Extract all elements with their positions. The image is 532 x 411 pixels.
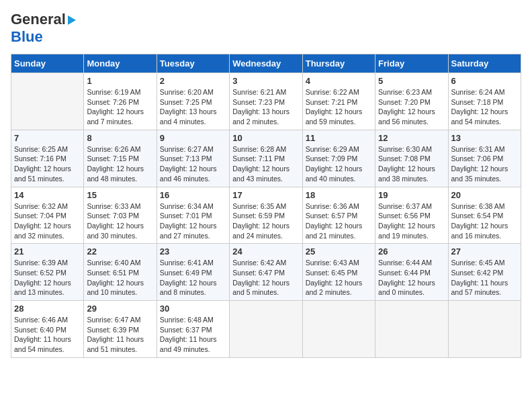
calendar-cell: 18Sunrise: 6:36 AMSunset: 6:57 PMDayligh… xyxy=(302,187,375,244)
logo-general: General xyxy=(11,11,66,28)
calendar-cell: 24Sunrise: 6:42 AMSunset: 6:47 PMDayligh… xyxy=(230,244,302,301)
day-number: 24 xyxy=(232,246,299,257)
day-number: 28 xyxy=(14,304,81,314)
calendar-cell: 28Sunrise: 6:46 AMSunset: 6:40 PMDayligh… xyxy=(11,301,84,358)
day-info: Sunrise: 6:21 AMSunset: 7:23 PMDaylight:… xyxy=(232,87,299,127)
weekday-header-sunday: Sunday xyxy=(11,54,84,73)
day-number: 7 xyxy=(14,133,81,143)
day-info: Sunrise: 6:35 AMSunset: 6:59 PMDaylight:… xyxy=(232,201,299,241)
day-number: 12 xyxy=(378,133,445,143)
day-info: Sunrise: 6:40 AMSunset: 6:51 PMDaylight:… xyxy=(87,258,153,298)
calendar-table: SundayMondayTuesdayWednesdayThursdayFrid… xyxy=(11,54,521,358)
calendar-week-row: 14Sunrise: 6:32 AMSunset: 7:04 PMDayligh… xyxy=(11,187,521,244)
calendar-cell: 23Sunrise: 6:41 AMSunset: 6:49 PMDayligh… xyxy=(157,244,229,301)
calendar-cell: 29Sunrise: 6:47 AMSunset: 6:39 PMDayligh… xyxy=(84,301,157,358)
calendar-cell: 30Sunrise: 6:48 AMSunset: 6:37 PMDayligh… xyxy=(157,301,229,358)
calendar-cell: 9Sunrise: 6:27 AMSunset: 7:13 PMDaylight… xyxy=(157,130,229,187)
day-info: Sunrise: 6:19 AMSunset: 7:26 PMDaylight:… xyxy=(87,87,153,127)
day-info: Sunrise: 6:44 AMSunset: 6:44 PMDaylight:… xyxy=(378,258,445,298)
day-number: 16 xyxy=(160,190,226,200)
logo-blue: Blue xyxy=(11,28,43,45)
day-number: 11 xyxy=(306,133,372,143)
day-number: 14 xyxy=(14,190,81,200)
day-info: Sunrise: 6:37 AMSunset: 6:56 PMDaylight:… xyxy=(378,201,445,241)
day-info: Sunrise: 6:42 AMSunset: 6:47 PMDaylight:… xyxy=(232,258,299,298)
day-number: 4 xyxy=(306,76,372,86)
calendar-week-row: 28Sunrise: 6:46 AMSunset: 6:40 PMDayligh… xyxy=(11,301,521,358)
weekday-header-monday: Monday xyxy=(84,54,157,73)
day-number: 22 xyxy=(87,246,153,257)
weekday-header-thursday: Thursday xyxy=(302,54,375,73)
calendar-week-row: 1Sunrise: 6:19 AMSunset: 7:26 PMDaylight… xyxy=(11,73,521,130)
calendar-cell: 4Sunrise: 6:22 AMSunset: 7:21 PMDaylight… xyxy=(302,73,375,130)
calendar-cell xyxy=(302,301,375,358)
day-number: 30 xyxy=(160,304,226,314)
calendar-cell: 6Sunrise: 6:24 AMSunset: 7:18 PMDaylight… xyxy=(448,73,521,130)
calendar-cell: 3Sunrise: 6:21 AMSunset: 7:23 PMDaylight… xyxy=(230,73,302,130)
day-number: 26 xyxy=(378,246,445,257)
day-number: 29 xyxy=(87,304,153,314)
calendar-cell: 16Sunrise: 6:34 AMSunset: 7:01 PMDayligh… xyxy=(157,187,229,244)
day-number: 23 xyxy=(160,246,226,257)
day-info: Sunrise: 6:41 AMSunset: 6:49 PMDaylight:… xyxy=(160,258,226,298)
calendar-cell: 10Sunrise: 6:28 AMSunset: 7:11 PMDayligh… xyxy=(230,130,302,187)
day-info: Sunrise: 6:43 AMSunset: 6:45 PMDaylight:… xyxy=(306,258,372,298)
day-number: 5 xyxy=(378,76,445,86)
weekday-header-row: SundayMondayTuesdayWednesdayThursdayFrid… xyxy=(11,54,521,73)
day-info: Sunrise: 6:47 AMSunset: 6:39 PMDaylight:… xyxy=(87,315,153,355)
day-number: 9 xyxy=(160,133,226,143)
day-number: 19 xyxy=(378,190,445,200)
day-number: 17 xyxy=(232,190,299,200)
day-info: Sunrise: 6:29 AMSunset: 7:09 PMDaylight:… xyxy=(306,144,372,184)
weekday-header-wednesday: Wednesday xyxy=(230,54,302,73)
calendar-cell: 17Sunrise: 6:35 AMSunset: 6:59 PMDayligh… xyxy=(230,187,302,244)
day-number: 25 xyxy=(306,246,372,257)
day-number: 10 xyxy=(232,133,299,143)
day-info: Sunrise: 6:26 AMSunset: 7:15 PMDaylight:… xyxy=(87,144,153,184)
calendar-cell: 25Sunrise: 6:43 AMSunset: 6:45 PMDayligh… xyxy=(302,244,375,301)
calendar-cell: 13Sunrise: 6:31 AMSunset: 7:06 PMDayligh… xyxy=(448,130,521,187)
weekday-header-tuesday: Tuesday xyxy=(157,54,229,73)
calendar-cell: 21Sunrise: 6:39 AMSunset: 6:52 PMDayligh… xyxy=(11,244,84,301)
calendar-cell: 20Sunrise: 6:38 AMSunset: 6:54 PMDayligh… xyxy=(448,187,521,244)
day-info: Sunrise: 6:23 AMSunset: 7:20 PMDaylight:… xyxy=(378,87,445,127)
day-info: Sunrise: 6:22 AMSunset: 7:21 PMDaylight:… xyxy=(306,87,372,127)
weekday-header-friday: Friday xyxy=(375,54,448,73)
day-number: 15 xyxy=(87,190,153,200)
calendar-cell: 19Sunrise: 6:37 AMSunset: 6:56 PMDayligh… xyxy=(375,187,448,244)
day-info: Sunrise: 6:31 AMSunset: 7:06 PMDaylight:… xyxy=(451,144,518,184)
calendar-cell xyxy=(375,301,448,358)
day-number: 3 xyxy=(232,76,299,86)
calendar-week-row: 7Sunrise: 6:25 AMSunset: 7:16 PMDaylight… xyxy=(11,130,521,187)
day-info: Sunrise: 6:36 AMSunset: 6:57 PMDaylight:… xyxy=(306,201,372,241)
day-number: 6 xyxy=(451,76,518,86)
day-number: 1 xyxy=(87,76,153,86)
calendar-cell: 12Sunrise: 6:30 AMSunset: 7:08 PMDayligh… xyxy=(375,130,448,187)
weekday-header-saturday: Saturday xyxy=(448,54,521,73)
day-info: Sunrise: 6:32 AMSunset: 7:04 PMDaylight:… xyxy=(14,201,81,241)
day-number: 20 xyxy=(451,190,518,200)
day-number: 18 xyxy=(306,190,372,200)
day-info: Sunrise: 6:27 AMSunset: 7:13 PMDaylight:… xyxy=(160,144,226,184)
page-header: General Blue xyxy=(11,11,521,46)
day-info: Sunrise: 6:34 AMSunset: 7:01 PMDaylight:… xyxy=(160,201,226,241)
day-number: 21 xyxy=(14,246,81,257)
calendar-cell: 7Sunrise: 6:25 AMSunset: 7:16 PMDaylight… xyxy=(11,130,84,187)
calendar-cell: 8Sunrise: 6:26 AMSunset: 7:15 PMDaylight… xyxy=(84,130,157,187)
calendar-cell: 27Sunrise: 6:45 AMSunset: 6:42 PMDayligh… xyxy=(448,244,521,301)
day-info: Sunrise: 6:25 AMSunset: 7:16 PMDaylight:… xyxy=(14,144,81,184)
calendar-cell xyxy=(448,301,521,358)
calendar-cell: 22Sunrise: 6:40 AMSunset: 6:51 PMDayligh… xyxy=(84,244,157,301)
day-number: 2 xyxy=(160,76,226,86)
day-info: Sunrise: 6:28 AMSunset: 7:11 PMDaylight:… xyxy=(232,144,299,184)
day-info: Sunrise: 6:33 AMSunset: 7:03 PMDaylight:… xyxy=(87,201,153,241)
day-number: 8 xyxy=(87,133,153,143)
day-number: 27 xyxy=(451,246,518,257)
calendar-cell xyxy=(230,301,302,358)
calendar-cell: 2Sunrise: 6:20 AMSunset: 7:25 PMDaylight… xyxy=(157,73,229,130)
calendar-cell: 1Sunrise: 6:19 AMSunset: 7:26 PMDaylight… xyxy=(84,73,157,130)
calendar-cell: 26Sunrise: 6:44 AMSunset: 6:44 PMDayligh… xyxy=(375,244,448,301)
day-info: Sunrise: 6:48 AMSunset: 6:37 PMDaylight:… xyxy=(160,315,226,355)
day-info: Sunrise: 6:30 AMSunset: 7:08 PMDaylight:… xyxy=(378,144,445,184)
day-info: Sunrise: 6:38 AMSunset: 6:54 PMDaylight:… xyxy=(451,201,518,241)
